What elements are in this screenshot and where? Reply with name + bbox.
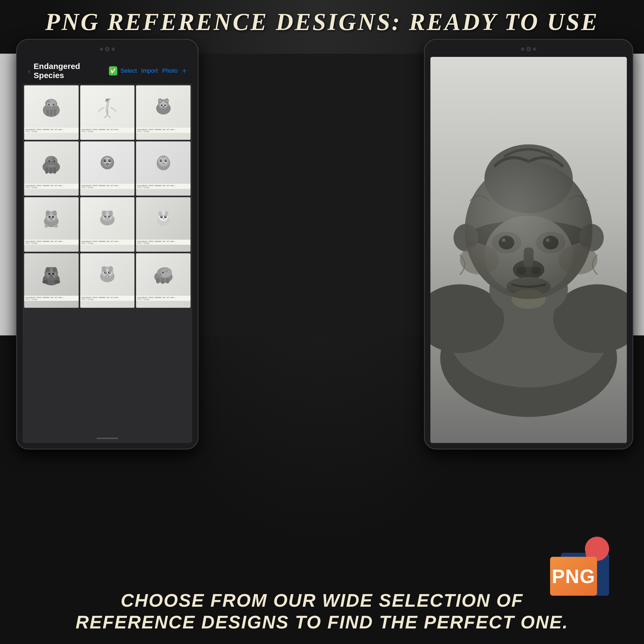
image-thumbnail	[24, 197, 79, 240]
tablet-right-camera	[521, 47, 536, 51]
image-thumbnail	[80, 141, 135, 184]
png-badge-label: PNG	[552, 565, 595, 587]
svg-point-115	[160, 269, 171, 277]
svg-point-108	[106, 274, 108, 275]
svg-rect-117	[161, 279, 164, 284]
svg-point-66	[102, 211, 106, 215]
tablet-right-screen	[430, 57, 627, 443]
svg-point-75	[105, 219, 106, 221]
svg-point-59	[52, 216, 54, 218]
filename-label: procreations_Photo_Realistic_but_not_ove…	[81, 129, 134, 130]
gorilla-svg-small	[39, 262, 63, 287]
back-button[interactable]: ‹	[28, 67, 30, 75]
image-info: procreations_Photo_Realistic_but_not_ove…	[136, 184, 191, 189]
add-button[interactable]: +	[182, 66, 187, 76]
svg-point-95	[52, 273, 54, 275]
svg-point-72	[106, 218, 108, 219]
svg-point-56	[46, 211, 50, 216]
size-label: 1024 × 1024px	[25, 242, 78, 244]
svg-point-21	[166, 99, 168, 102]
list-item[interactable]: procreations_Photo_Realistic_but_not_ove…	[24, 253, 79, 308]
tablet-left-inner: ‹ Endangered Species ✅ Select Import Pho…	[19, 42, 195, 446]
list-item[interactable]: procreations_Photo_Realistic_but_not_ove…	[80, 141, 135, 196]
size-label: 1024 × 1024px	[81, 130, 134, 132]
svg-point-86	[165, 216, 166, 217]
select-button[interactable]: Select	[120, 67, 137, 74]
footer-text: Choose from our wide selection of refere…	[21, 590, 623, 633]
list-item[interactable]: procreations_Photo_Realistic_but_not_ove…	[24, 197, 79, 252]
list-item[interactable]: procreations_Photo_Realistic_but_not_ove…	[80, 253, 135, 308]
svg-point-51	[166, 160, 167, 161]
image-info: procreations_Photo_Realistic_but_not_ove…	[24, 240, 79, 245]
size-label: 1024 × 1024px	[25, 130, 78, 132]
tablet-left-screen: ‹ Endangered Species ✅ Select Import Pho…	[23, 57, 192, 443]
image-info: procreations_Photo_Realistic_but_not_ove…	[24, 128, 79, 133]
filename-label: procreations_Photo_Realistic_but_not_ove…	[25, 129, 78, 130]
list-item[interactable]: procreations_Photo_Realistic_but_not_ove…	[80, 85, 135, 140]
list-item[interactable]: procreations_Photo_Realistic_but_not_ove…	[80, 197, 135, 252]
filename-label: procreations_Photo_Realistic_but_not_ove…	[25, 185, 78, 186]
svg-point-23	[164, 105, 166, 106]
svg-rect-5	[54, 109, 56, 116]
image-thumbnail	[80, 85, 135, 128]
svg-point-76	[109, 219, 110, 221]
image-info: procreations_Photo_Realistic_but_not_ove…	[136, 240, 191, 245]
svg-point-121	[159, 274, 162, 275]
page-footer: Choose from our wide selection of refere…	[0, 590, 644, 633]
camera-dot-r2	[533, 47, 536, 51]
tablet-right	[424, 39, 633, 449]
list-item[interactable]: procreations_Photo_Realistic_but_not_ove…	[136, 197, 191, 252]
owl-svg	[151, 151, 175, 175]
rhino-svg	[151, 262, 175, 287]
image-thumbnail	[24, 141, 79, 184]
image-info: procreations_Photo_Realistic_but_not_ove…	[24, 184, 79, 189]
list-item[interactable]: procreations_Photo_Realistic_but_not_ove…	[136, 253, 191, 308]
svg-point-40	[105, 160, 106, 161]
svg-point-147	[465, 162, 592, 299]
svg-point-13	[106, 109, 108, 116]
filename-label: procreations_Photo_Realistic_but_not_ove…	[81, 185, 134, 186]
red-panda-svg	[151, 94, 175, 119]
footer-line2: reference designs to find the perfect on…	[76, 612, 568, 632]
image-thumbnail	[136, 85, 191, 128]
checkmark-icon: ✅	[110, 68, 116, 74]
svg-point-92	[46, 267, 50, 272]
list-item[interactable]: procreations_Photo_Realistic_but_not_ove…	[136, 85, 191, 140]
import-button[interactable]: Import	[141, 67, 158, 74]
filename-label: procreations_Photo_Realistic_but_not_ove…	[137, 297, 189, 298]
svg-rect-116	[156, 278, 160, 284]
filename-label: procreations_Photo_Realistic_but_not_ove…	[81, 297, 134, 298]
camera-dot-r-main	[526, 47, 531, 51]
image-info: procreations_Photo_Realistic_but_not_ove…	[80, 240, 135, 245]
camera-dot-r1	[521, 47, 524, 51]
svg-point-25	[163, 106, 164, 107]
gorilla-portrait-svg	[430, 57, 627, 443]
svg-point-93	[52, 267, 57, 272]
svg-point-94	[49, 273, 50, 275]
filename-label: procreations_Photo_Realistic_but_not_ove…	[25, 297, 78, 298]
list-item[interactable]: procreations_Photo_Realistic_but_not_ove…	[24, 85, 79, 140]
filename-label: procreations_Photo_Realistic_but_not_ove…	[25, 240, 78, 242]
size-label: 1024 × 1024px	[81, 242, 134, 244]
svg-point-85	[161, 216, 162, 217]
list-item[interactable]: procreations_Photo_Realistic_but_not_ove…	[136, 141, 191, 196]
page-header: PNG Reference Designs: Ready to Use	[0, 8, 644, 36]
svg-point-20	[159, 99, 161, 102]
tablet-right-inner	[427, 42, 630, 446]
image-thumbnail	[136, 141, 191, 184]
raccoon-svg	[39, 206, 63, 230]
app-header: ‹ Endangered Species ✅ Select Import Pho…	[23, 57, 192, 84]
svg-point-8	[48, 104, 50, 105]
photo-button[interactable]: Photo	[162, 67, 178, 74]
svg-point-28	[45, 161, 52, 165]
svg-rect-30	[45, 167, 48, 174]
svg-point-58	[49, 216, 50, 218]
svg-point-42	[106, 163, 109, 165]
svg-point-57	[53, 211, 57, 216]
svg-point-70	[105, 216, 106, 217]
size-label: 1024 × 1024px	[137, 298, 189, 300]
svg-rect-4	[50, 109, 53, 116]
image-thumbnail	[80, 197, 135, 240]
list-item[interactable]: procreations_Photo_Realistic_but_not_ove…	[24, 141, 79, 196]
leopard-svg-1	[95, 206, 119, 230]
